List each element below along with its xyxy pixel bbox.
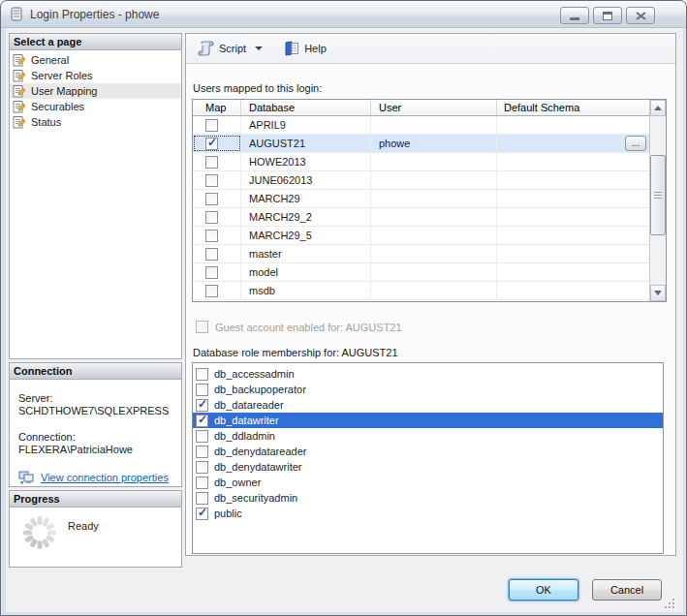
sidebar-item-status[interactable]: Status [10, 114, 181, 130]
role-item-db_ddladmin[interactable]: db_ddladmin [193, 428, 663, 444]
close-button[interactable] [626, 7, 655, 24]
role-item-db_owner[interactable]: db_owner [193, 475, 663, 490]
sidebar-item-securables[interactable]: Securables [10, 99, 181, 114]
scrollbar-thumb[interactable] [650, 155, 666, 235]
view-connection-properties-link[interactable]: View connection properties [41, 472, 169, 484]
connection-label: Connection: [18, 431, 172, 444]
map-checkbox[interactable] [205, 230, 218, 242]
role-item-public[interactable]: public [193, 506, 663, 521]
role-checkbox[interactable] [196, 415, 208, 427]
user-cell: phowe [371, 135, 497, 152]
table-row[interactable]: master [193, 245, 649, 263]
connection-panel: Connection Server: SCHDTHOWE7\SQLEXPRESS… [9, 362, 182, 487]
role-checkbox[interactable] [196, 508, 208, 520]
role-label: db_denydatareader [214, 446, 306, 457]
progress-spinner-icon [21, 514, 58, 551]
default-schema-cell [497, 208, 649, 226]
table-row[interactable]: JUNE062013 [193, 171, 649, 190]
user-cell [371, 190, 497, 207]
page-icon [13, 53, 26, 67]
user-cell [371, 282, 497, 299]
role-item-db_backupoperator[interactable]: db_backupoperator [193, 382, 663, 397]
role-checkbox[interactable] [196, 368, 208, 381]
minimize-button[interactable] [560, 7, 589, 24]
sidebar-item-label: Securables [31, 101, 84, 112]
toolbar: Script Help [186, 34, 675, 64]
column-header-map[interactable]: Map [193, 100, 241, 115]
map-checkbox[interactable] [205, 211, 218, 224]
role-label: db_ddladmin [214, 430, 275, 442]
guest-account-row: Guest account enabled for: AUGUST21 [196, 321, 402, 333]
role-item-db_accessadmin[interactable]: db_accessadmin [193, 366, 663, 382]
table-body: APRIL9AUGUST21phowe...HOWE2013JUNE062013… [193, 116, 649, 300]
map-cell [193, 282, 241, 299]
table-row[interactable]: AUGUST21phowe... [193, 135, 649, 153]
sidebar-item-general[interactable]: General [10, 52, 181, 68]
column-header-default-schema[interactable]: Default Schema [497, 100, 649, 115]
default-schema-cell [497, 282, 649, 299]
role-item-db_denydatawriter[interactable]: db_denydatawriter [193, 459, 663, 475]
table-row[interactable]: model [193, 263, 649, 282]
table-row[interactable]: MARCH29_5 [193, 227, 649, 245]
role-checkbox[interactable] [196, 492, 208, 505]
user-cell [371, 208, 497, 226]
database-cell: MARCH29_5 [241, 227, 371, 244]
role-checkbox[interactable] [196, 384, 208, 396]
map-checkbox[interactable] [205, 156, 218, 169]
map-checkbox[interactable] [205, 174, 218, 187]
column-header-database[interactable]: Database [241, 100, 371, 115]
table-row[interactable]: MARCH29_2 [193, 208, 649, 227]
script-button-label: Script [219, 43, 246, 54]
scroll-down-button[interactable] [650, 285, 666, 301]
resize-grip[interactable] [663, 597, 674, 608]
column-header-user[interactable]: User [371, 100, 497, 115]
role-checkbox[interactable] [196, 446, 208, 458]
map-checkbox[interactable] [205, 138, 218, 150]
page-list: GeneralServer RolesUser MappingSecurable… [10, 50, 181, 130]
map-cell [193, 208, 241, 226]
role-checkbox[interactable] [196, 461, 208, 474]
table-row[interactable]: HOWE2013 [193, 153, 649, 171]
ok-button[interactable]: OK [509, 579, 578, 601]
map-checkbox[interactable] [205, 248, 218, 261]
table-scrollbar[interactable] [649, 100, 666, 301]
role-item-db_securityadmin[interactable]: db_securityadmin [193, 490, 663, 506]
map-checkbox[interactable] [205, 119, 218, 132]
main-panel: Script Help Users mapped to this login: … [185, 33, 676, 556]
scroll-up-button[interactable] [650, 100, 666, 116]
role-checkbox[interactable] [196, 477, 208, 489]
role-checkbox[interactable] [196, 430, 208, 443]
scrollbar-track[interactable] [650, 116, 666, 285]
map-checkbox[interactable] [205, 285, 218, 297]
map-cell [193, 116, 241, 134]
map-cell [193, 245, 241, 262]
table-row[interactable]: msdb [193, 282, 649, 300]
role-membership-list: db_accessadmindb_backupoperatordb_datare… [192, 362, 664, 554]
role-label: db_backupoperator [214, 384, 306, 395]
sidebar-item-user-mapping[interactable]: User Mapping [10, 83, 181, 99]
browse-schema-button[interactable]: ... [625, 136, 646, 151]
role-label: db_datareader [214, 399, 284, 411]
help-button[interactable]: Help [279, 38, 331, 59]
table-row[interactable]: APRIL9 [193, 116, 649, 135]
role-item-db_datareader[interactable]: db_datareader [193, 397, 663, 413]
users-mapped-table: MapDatabaseUserDefault Schema APRIL9AUGU… [192, 99, 667, 302]
default-schema-cell: ... [497, 135, 649, 152]
arrow-up-icon [654, 106, 662, 110]
map-checkbox[interactable] [205, 193, 218, 205]
page-icon [13, 100, 26, 113]
table-row[interactable]: MARCH29 [193, 190, 649, 208]
role-item-db_datawriter[interactable]: db_datawriter [193, 413, 663, 428]
cancel-button[interactable]: Cancel [592, 579, 662, 601]
role-checkbox[interactable] [196, 399, 208, 412]
close-icon [636, 12, 646, 20]
title-bar[interactable]: Login Properties - phowe [1, 1, 686, 28]
map-checkbox[interactable] [205, 266, 218, 279]
progress-status: Ready [68, 520, 99, 532]
sidebar-item-server-roles[interactable]: Server Roles [10, 68, 181, 83]
script-button[interactable]: Script [193, 38, 269, 59]
role-item-db_denydatareader[interactable]: db_denydatareader [193, 444, 663, 459]
maximize-button[interactable] [593, 7, 622, 24]
window-icon [11, 7, 23, 21]
user-cell [371, 227, 497, 244]
